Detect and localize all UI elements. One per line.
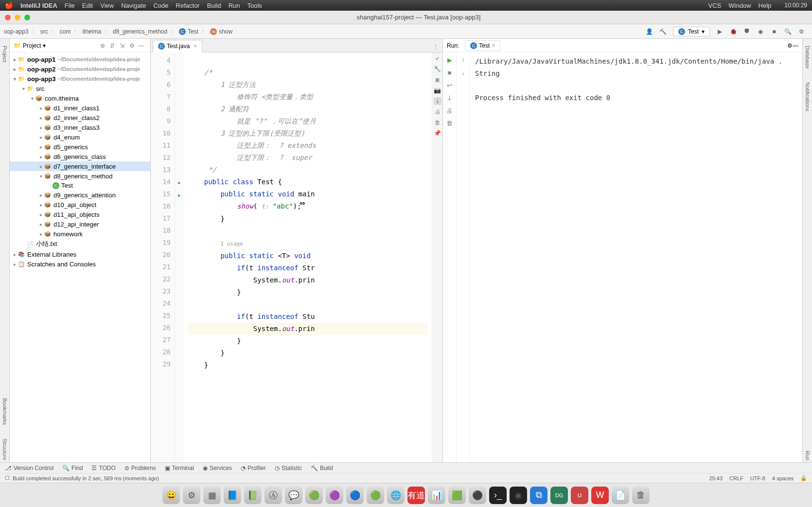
gutter-database[interactable]: Database [805, 44, 811, 70]
debug-button[interactable]: 🐞 [727, 26, 739, 37]
dock-app[interactable]: 🟣 [326, 487, 343, 504]
dock-trash[interactable]: 🗑 [632, 487, 650, 504]
tree-arrow-icon[interactable]: ▸ [38, 135, 44, 140]
stop-button[interactable]: ■ [768, 26, 780, 37]
profile-button[interactable]: ◉ [755, 26, 766, 37]
crumb-com[interactable]: com [60, 28, 71, 35]
tree-arrow-icon[interactable]: ▸ [38, 212, 44, 217]
run-gutter-icon[interactable]: ▶ [175, 176, 184, 189]
crumb-method[interactable]: show [219, 28, 232, 35]
close-icon[interactable]: × [492, 42, 495, 49]
clear-icon[interactable]: 🗑 [445, 119, 454, 127]
gutter-structure[interactable]: Structure [2, 437, 8, 462]
lock-icon[interactable]: 🔒 [800, 475, 807, 481]
tree-item[interactable]: ▾📁src [10, 84, 150, 93]
dock-app[interactable]: 🔵 [346, 487, 364, 504]
tree-item[interactable]: ▸📁oop-app1~/Documents/develop/idea-proje [10, 54, 150, 64]
dock-chrome[interactable]: 🌐 [387, 487, 405, 504]
menu-file[interactable]: File [65, 2, 75, 9]
settings-icon[interactable]: ⚙ [127, 42, 137, 49]
dock-app[interactable]: 📘 [224, 487, 241, 504]
dock-wechat[interactable]: 🟢 [305, 487, 323, 504]
dock-datagrip[interactable]: DG [550, 487, 568, 504]
tool-services[interactable]: ◉Services [203, 465, 232, 472]
stop-icon[interactable]: ■ [445, 68, 454, 77]
rerun-icon[interactable]: ▶ [445, 55, 454, 64]
hide-icon[interactable]: — [137, 42, 146, 49]
layout-icon[interactable]: ▦ [434, 76, 441, 84]
crumb-pkg[interactable]: d8_generics_method [113, 28, 167, 35]
crumb-src[interactable]: src [40, 28, 48, 35]
dock-appstore[interactable]: Ⓐ [265, 487, 282, 504]
tree-item[interactable]: ▸📦d3_inner_class3 [10, 122, 150, 132]
dock-launchpad[interactable]: ▦ [203, 487, 221, 504]
settings-icon[interactable]: ⚙ [795, 26, 807, 37]
tool-problems[interactable]: ⊘Problems [124, 465, 156, 472]
print-icon[interactable]: 🖨 [445, 106, 454, 115]
dock-vscode[interactable]: ⧉ [530, 487, 547, 504]
dock-intellij[interactable]: IJ [571, 487, 588, 504]
run-config-selector[interactable]: C Test ▾ [673, 27, 710, 36]
dock-wps[interactable]: W [591, 487, 609, 504]
menu-help[interactable]: Help [759, 2, 772, 9]
cursor-position[interactable]: 25:43 [709, 475, 723, 481]
tree-item[interactable]: ▸📦d7_generics_interface [10, 161, 150, 171]
window-close-button[interactable] [5, 15, 11, 20]
crumb-class[interactable]: Test [188, 28, 198, 35]
trash-icon[interactable]: 🗑 [434, 119, 441, 126]
tree-arrow-icon[interactable]: ▾ [29, 96, 35, 101]
camera-icon[interactable]: 📷 [434, 87, 441, 94]
tree-arrow-icon[interactable]: ▸ [38, 202, 44, 208]
settings-icon[interactable]: ⚙ [787, 42, 793, 49]
run-button[interactable]: ▶ [714, 26, 725, 37]
dock-settings[interactable]: ⚙ [183, 487, 200, 504]
dock-youdao[interactable]: 有道 [407, 487, 425, 504]
project-tree[interactable]: ▸📁oop-app1~/Documents/develop/idea-proje… [10, 52, 150, 462]
tree-item[interactable]: ▸📦d5_generics [10, 142, 150, 152]
menu-tools[interactable]: Tools [247, 2, 262, 9]
apple-icon[interactable]: 🍎 [5, 1, 13, 9]
coverage-button[interactable]: ⛊ [741, 26, 753, 37]
dock-terminal[interactable]: ›_ [489, 487, 507, 504]
tree-item[interactable]: ▸📁oop-app2~/Documents/develop/idea-proje [10, 64, 150, 74]
tree-arrow-icon[interactable]: ▸ [38, 192, 44, 198]
gutter-notifications[interactable]: Notifications [805, 80, 811, 113]
menu-build[interactable]: Build [207, 2, 221, 9]
tree-item[interactable]: ▸📋Scratches and Consoles [10, 259, 150, 269]
code-area[interactable]: /* 1 泛型方法 修饰符 <类型变量，类型 2 通配符 就是 "?" ，可以在… [184, 52, 432, 462]
tree-item[interactable]: ▸📦d4_enum [10, 132, 150, 142]
indent[interactable]: 4 spaces [772, 475, 794, 481]
tree-arrow-icon[interactable]: ▸ [12, 252, 18, 257]
chevron-down-icon[interactable]: ▾ [43, 42, 46, 49]
tool-build[interactable]: 🔨Build [311, 465, 333, 472]
crumb-module[interactable]: oop-app3 [4, 28, 29, 35]
menu-refactor[interactable]: Refactor [176, 2, 200, 9]
run-console[interactable]: /Library/Java/JavaVirtualMachines/jdk1.8… [470, 52, 802, 462]
tree-item[interactable]: ▸📦homework [10, 229, 150, 239]
tree-item[interactable]: ▸📦d9_generics_attention [10, 190, 150, 200]
menu-vcs[interactable]: VCS [708, 2, 722, 9]
gutter-project[interactable]: Project [2, 44, 8, 64]
crumb-itheima[interactable]: itheima [82, 28, 101, 35]
tree-arrow-icon[interactable]: ▸ [12, 262, 18, 267]
tool-todo[interactable]: ☰TODO [91, 465, 115, 472]
menu-code[interactable]: Code [153, 2, 168, 9]
dock-messages[interactable]: 💬 [285, 487, 302, 504]
tree-arrow-icon[interactable]: ▾ [20, 86, 26, 91]
scroll-end-icon[interactable]: ⤓ [445, 93, 454, 102]
search-icon[interactable]: 🔍 [782, 26, 794, 37]
up-icon[interactable]: ↑ [459, 55, 468, 64]
tree-arrow-icon[interactable]: ▸ [38, 164, 44, 169]
dock-app[interactable]: 🟢 [367, 487, 384, 504]
wrench-icon[interactable]: 🔧 [434, 65, 441, 73]
tree-arrow-icon[interactable]: ▸ [38, 222, 44, 227]
tree-item[interactable]: ▸📦d11_api_objects [10, 210, 150, 219]
tree-arrow-icon[interactable]: ▸ [38, 125, 44, 130]
menu-view[interactable]: View [100, 2, 114, 9]
tool-terminal[interactable]: ▣Terminal [165, 465, 194, 472]
gutter-run[interactable]: Run [805, 449, 811, 462]
dock-obs[interactable]: ◉ [510, 487, 527, 504]
menu-edit[interactable]: Edit [82, 2, 93, 9]
tree-arrow-icon[interactable]: ▸ [38, 144, 44, 150]
line-separator[interactable]: CRLF [729, 475, 743, 481]
